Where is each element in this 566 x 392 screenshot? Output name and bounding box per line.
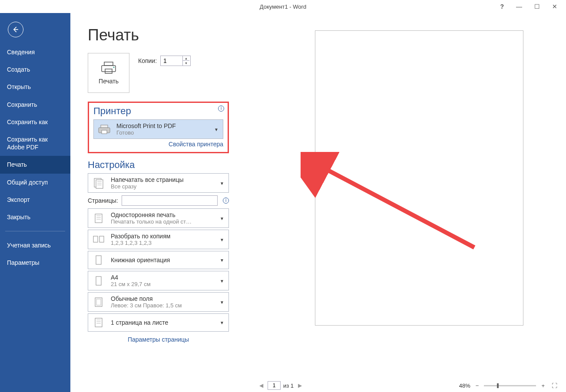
- print-range-sub: Все сразу: [111, 183, 225, 190]
- settings-section: Настройка Напечатать все страницы Все ср…: [88, 159, 229, 343]
- zoom-out-icon[interactable]: −: [474, 382, 481, 389]
- collate-sub: 1,2,3 1,2,3 1,2,3: [111, 240, 225, 246]
- pages-label: Страницы:: [88, 197, 118, 204]
- backstage-sidebar: Сведения Создать Открыть Сохранить Сохра…: [0, 13, 70, 392]
- sides-dropdown[interactable]: Односторонняя печать Печатать только на …: [88, 208, 229, 228]
- nav-separator: [5, 231, 65, 231]
- svg-rect-17: [99, 236, 104, 242]
- print-button-label: Печать: [99, 78, 119, 85]
- printer-info-icon[interactable]: i: [218, 105, 224, 112]
- chevron-down-icon: ▼: [220, 300, 224, 304]
- zoom-slider[interactable]: [484, 385, 536, 386]
- svg-rect-12: [95, 214, 102, 223]
- margins-dropdown[interactable]: Обычные поля Левое: 3 см Правое: 1,5 см …: [88, 292, 229, 312]
- nav-account[interactable]: Учетная запись: [0, 237, 70, 254]
- copies-row: Копии: ▲ ▼: [138, 56, 191, 66]
- chevron-down-icon: ▼: [220, 320, 224, 325]
- preview-area: ◀ из 1 ▶ 48% − + ⛶: [238, 13, 566, 392]
- paper-icon: [92, 275, 106, 287]
- nav-print[interactable]: Печать: [0, 156, 70, 173]
- chevron-down-icon: ▼: [220, 278, 224, 283]
- page-title: Печать: [88, 26, 229, 44]
- page-nav: ◀ из 1 ▶: [258, 381, 304, 390]
- svg-rect-22: [95, 318, 102, 327]
- chevron-down-icon: ▼: [220, 216, 224, 221]
- copies-label: Копии:: [138, 57, 157, 64]
- zoom-thumb[interactable]: [497, 383, 499, 388]
- copies-input[interactable]: ▲ ▼: [160, 56, 191, 66]
- printer-status: Готово: [116, 129, 219, 136]
- collate-dropdown[interactable]: Разобрать по копиям 1,2,3 1,2,3 1,2,3 ▼: [88, 230, 229, 249]
- portrait-icon: [92, 254, 106, 266]
- per-sheet-dropdown[interactable]: 1 страница на листе ▼: [88, 313, 229, 332]
- nav-new[interactable]: Создать: [0, 61, 70, 78]
- print-button[interactable]: Печать: [88, 53, 129, 93]
- nav-open[interactable]: Открыть: [0, 78, 70, 96]
- paper-dropdown[interactable]: A4 21 см x 29,7 см ▼: [88, 271, 229, 290]
- nav-saveas[interactable]: Сохранить как: [0, 113, 70, 131]
- svg-rect-1: [102, 66, 116, 72]
- copies-field[interactable]: [161, 56, 182, 65]
- nav-share[interactable]: Общий доступ: [0, 174, 70, 191]
- zoom-value: 48%: [459, 382, 470, 389]
- svg-point-3: [113, 67, 115, 68]
- printer-dropdown[interactable]: Microsoft Print to PDF Готово ▼: [93, 119, 223, 139]
- prev-page-icon[interactable]: ◀: [258, 382, 265, 389]
- printer-name: Microsoft Print to PDF: [116, 122, 219, 129]
- page-setup-link[interactable]: Параметры страницы: [88, 336, 229, 343]
- nav-options[interactable]: Параметры: [0, 254, 70, 271]
- close-icon[interactable]: ✕: [552, 3, 557, 10]
- svg-rect-18: [96, 256, 101, 264]
- pages-icon: [92, 177, 106, 189]
- print-range-title: Напечатать все страницы: [111, 176, 225, 183]
- printer-properties-link[interactable]: Свойства принтера: [93, 141, 223, 148]
- nav-close[interactable]: Закрыть: [0, 208, 70, 226]
- nav-info[interactable]: Сведения: [0, 43, 70, 61]
- printer-section-highlight: i Принтер Microsoft Print to PDF Готово …: [88, 102, 229, 153]
- fit-page-icon[interactable]: ⛶: [550, 382, 559, 389]
- print-panel: Печать Печать Копии:: [70, 13, 238, 392]
- printer-device-icon: [97, 123, 111, 135]
- minimize-icon[interactable]: —: [516, 3, 522, 10]
- sides-title: Односторонняя печать: [111, 211, 225, 218]
- next-page-icon[interactable]: ▶: [296, 382, 304, 389]
- paper-sub: 21 см x 29,7 см: [111, 281, 225, 287]
- svg-rect-16: [93, 236, 98, 242]
- collate-title: Разобрать по копиям: [111, 233, 225, 240]
- margins-title: Обычные поля: [111, 295, 225, 302]
- margins-icon: [92, 296, 106, 308]
- copies-spinner[interactable]: ▲ ▼: [182, 56, 189, 66]
- spin-up-icon[interactable]: ▲: [183, 56, 189, 61]
- svg-rect-5: [101, 125, 108, 128]
- nav-export[interactable]: Экспорт: [0, 191, 70, 208]
- nav-saveas-pdf[interactable]: Сохранить как Adobe PDF: [0, 131, 70, 156]
- svg-rect-2: [105, 69, 112, 73]
- one-sided-icon: [92, 212, 106, 224]
- nav-save[interactable]: Сохранить: [0, 96, 70, 113]
- content: Печать Печать Копии:: [70, 13, 566, 392]
- spin-down-icon[interactable]: ▼: [183, 61, 189, 66]
- window-controls: ? — ☐ ✕: [500, 0, 566, 13]
- svg-rect-8: [96, 180, 103, 188]
- chevron-down-icon: ▼: [220, 181, 224, 185]
- pages-info-icon[interactable]: i: [223, 198, 229, 204]
- printer-icon: [100, 61, 117, 74]
- help-icon[interactable]: ?: [500, 3, 504, 10]
- printer-section-title: Принтер: [93, 105, 223, 117]
- page-of-label: из 1: [283, 382, 294, 389]
- back-button[interactable]: [8, 22, 23, 37]
- zoom-in-icon[interactable]: +: [540, 382, 546, 389]
- orientation-title: Книжная ориентация: [111, 257, 225, 264]
- paper-title: A4: [111, 274, 225, 281]
- margins-sub: Левое: 3 см Правое: 1,5 см: [111, 302, 225, 309]
- pages-input[interactable]: [122, 195, 218, 206]
- print-range-dropdown[interactable]: Напечатать все страницы Все сразу ▼: [88, 173, 229, 193]
- svg-rect-6: [102, 130, 107, 134]
- chevron-down-icon: ▼: [220, 258, 224, 263]
- window-title: Документ1 - Word: [260, 3, 306, 10]
- maximize-icon[interactable]: ☐: [534, 3, 540, 10]
- titlebar: Документ1 - Word ? — ☐ ✕: [0, 0, 566, 13]
- page-number-input[interactable]: [268, 381, 281, 390]
- collate-icon: [92, 234, 106, 246]
- orientation-dropdown[interactable]: Книжная ориентация ▼: [88, 251, 229, 269]
